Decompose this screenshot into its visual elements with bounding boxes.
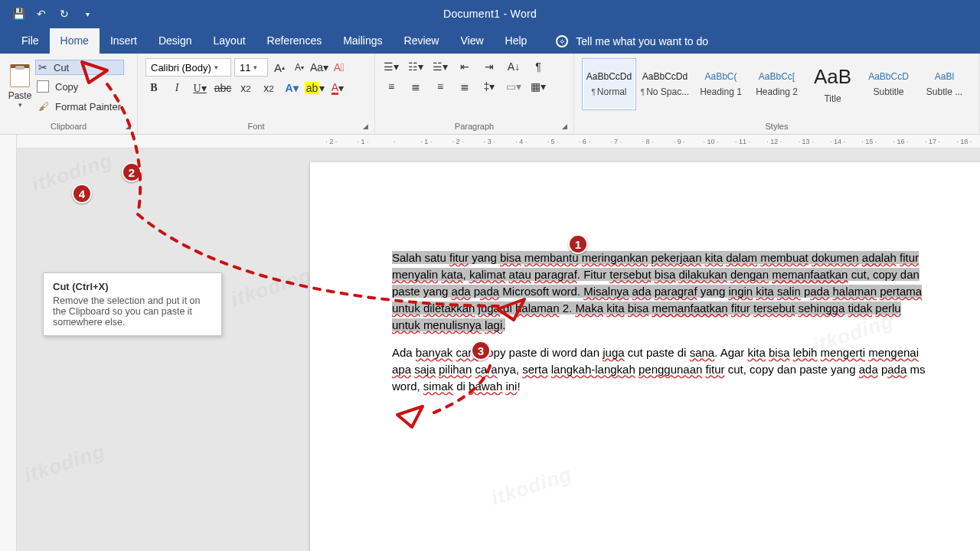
tab-help[interactable]: Help <box>495 28 538 54</box>
copy-button[interactable]: Copy <box>35 80 124 94</box>
font-dialog-launcher-icon[interactable]: ◢ <box>363 122 368 130</box>
paste-dropdown-icon[interactable]: ▾ <box>18 101 22 109</box>
tab-insert[interactable]: Insert <box>100 28 148 54</box>
redo-icon[interactable]: ↻ <box>58 8 70 20</box>
tab-design[interactable]: Design <box>148 28 203 54</box>
clipboard-dialog-launcher-icon[interactable]: ◢ <box>126 122 131 130</box>
align-center-icon[interactable]: ≣ <box>407 78 424 95</box>
undo-icon[interactable]: ↶ <box>35 8 47 20</box>
tell-me-label: Tell me what you want to do <box>576 35 708 47</box>
shrink-font-icon[interactable]: A▾ <box>291 59 308 76</box>
document-title: Document1 - Word <box>443 8 537 20</box>
title-bar: 💾 ↶ ↻ ▾ Document1 - Word <box>0 0 980 28</box>
paragraph-2[interactable]: Ada banyak cara copy paste di word dan j… <box>392 344 928 395</box>
paste-label: Paste <box>8 90 32 101</box>
line-spacing-icon[interactable]: ‡▾ <box>481 78 498 95</box>
save-icon[interactable]: 💾 <box>12 8 24 20</box>
align-right-icon[interactable]: ≡ <box>432 78 449 95</box>
lightbulb-icon: ✧ <box>556 35 568 47</box>
group-font: Calibri (Body)▾ 11▾ A▴ A▾ Aa▾ A⃠ B I U▾ … <box>138 54 375 134</box>
grow-font-icon[interactable]: A▴ <box>271 59 288 76</box>
style-heading-1[interactable]: AaBbC(Heading 1 <box>694 58 748 110</box>
vertical-ruler[interactable] <box>0 135 17 551</box>
multilevel-list-icon[interactable]: ☱▾ <box>432 58 449 75</box>
bold-button[interactable]: B <box>145 80 162 96</box>
style-normal[interactable]: AaBbCcDd¶Normal <box>582 58 636 110</box>
tab-layout[interactable]: Layout <box>203 28 256 54</box>
group-styles: AaBbCcDd¶NormalAaBbCcDd¶No Spac...AaBbC(… <box>574 54 980 134</box>
chevron-down-icon: ▾ <box>214 64 218 71</box>
paragraph-dialog-launcher-icon[interactable]: ◢ <box>562 122 567 130</box>
tab-references[interactable]: References <box>256 28 333 54</box>
text-effects-icon[interactable]: A▾ <box>283 80 300 96</box>
sort-icon[interactable]: A↓ <box>505 58 522 75</box>
font-size-combo[interactable]: 11▾ <box>234 58 268 77</box>
styles-group-label: Styles <box>579 119 975 132</box>
bullets-icon[interactable]: ☰▾ <box>383 58 400 75</box>
font-color-icon[interactable]: A▾ <box>329 80 346 96</box>
font-group-label: Font ◢ <box>142 119 370 132</box>
tab-file[interactable]: File <box>11 28 50 54</box>
workspace: L · 2 ·· 1 ··· 1 ·· 2 ·· 3 ·· 4 ·· 5 ·· … <box>0 135 980 551</box>
tab-mailings[interactable]: Mailings <box>332 28 393 54</box>
shading-icon[interactable]: ▭▾ <box>505 78 522 95</box>
style-heading-2[interactable]: AaBbCc[Heading 2 <box>750 58 804 110</box>
qat-customize-icon[interactable]: ▾ <box>81 8 93 20</box>
font-family-value: Calibri (Body) <box>151 62 211 73</box>
tab-review[interactable]: Review <box>394 28 450 54</box>
underline-button[interactable]: U▾ <box>191 80 208 96</box>
ribbon: Paste ▾ ✂ Cut Copy 🖌 Format Painter Cli <box>0 54 980 135</box>
scissors-icon: ✂ <box>38 61 47 73</box>
decrease-indent-icon[interactable]: ⇤ <box>456 58 473 75</box>
paste-button[interactable]: Paste ▾ <box>5 63 35 109</box>
format-painter-button[interactable]: 🖌 Format Painter <box>35 99 124 114</box>
cut-tooltip: Cut (Ctrl+X) Remove the selection and pu… <box>43 272 222 336</box>
borders-icon[interactable]: ▦▾ <box>530 78 547 95</box>
tab-home[interactable]: Home <box>50 28 100 54</box>
document-body[interactable]: Salah satu fitur yang bisa membantu meri… <box>392 249 928 406</box>
paragraph-group-label: Paragraph ◢ <box>380 119 569 132</box>
font-size-value: 11 <box>240 62 250 73</box>
copy-icon <box>38 82 49 93</box>
italic-button[interactable]: I <box>168 80 185 96</box>
align-left-icon[interactable]: ≡ <box>383 78 400 95</box>
justify-icon[interactable]: ≣ <box>456 78 473 95</box>
paragraph-1[interactable]: Salah satu fitur yang bisa membantu meri… <box>392 251 922 331</box>
style-gallery[interactable]: AaBbCcDd¶NormalAaBbCcDd¶No Spac...AaBbC(… <box>579 57 975 112</box>
group-paragraph: ☰▾ ☷▾ ☱▾ ⇤ ⇥ A↓ ¶ ≡ ≣ ≡ ≣ ‡▾ ▭▾ ▦▾ Parag… <box>375 54 574 134</box>
tooltip-body: Remove the selection and put it on the C… <box>53 295 212 328</box>
style-subtle-[interactable]: AaBlSubtle ... <box>917 58 972 110</box>
numbering-icon[interactable]: ☷▾ <box>407 58 424 75</box>
subscript-button[interactable]: x2 <box>237 80 254 96</box>
style-title[interactable]: AaBTitle <box>805 58 860 110</box>
cut-label: Cut <box>54 62 69 73</box>
superscript-button[interactable]: x2 <box>260 80 277 96</box>
tab-view[interactable]: View <box>449 28 494 54</box>
chevron-down-icon: ▾ <box>253 64 257 71</box>
tell-me[interactable]: ✧ Tell me what you want to do <box>537 35 720 54</box>
change-case-icon[interactable]: Aa▾ <box>311 59 328 76</box>
strikethrough-button[interactable]: abc <box>214 80 231 96</box>
font-family-combo[interactable]: Calibri (Body)▾ <box>145 58 231 77</box>
highlight-icon[interactable]: ab▾ <box>306 80 323 96</box>
style-no-spac-[interactable]: AaBbCcDd¶No Spac... <box>638 58 692 110</box>
quick-access-toolbar: 💾 ↶ ↻ ▾ <box>0 8 93 20</box>
clipboard-icon <box>10 64 30 87</box>
increase-indent-icon[interactable]: ⇥ <box>481 58 498 75</box>
format-painter-label: Format Painter <box>55 101 121 112</box>
paintbrush-icon: 🖌 <box>38 100 49 112</box>
style-subtitle[interactable]: AaBbCcDSubtitle <box>861 58 916 110</box>
tooltip-title: Cut (Ctrl+X) <box>53 281 212 292</box>
show-marks-icon[interactable]: ¶ <box>530 58 547 75</box>
ribbon-tabs: File Home Insert Design Layout Reference… <box>0 28 980 54</box>
group-clipboard: Paste ▾ ✂ Cut Copy 🖌 Format Painter Cli <box>0 54 138 134</box>
clear-formatting-icon[interactable]: A⃠ <box>331 59 348 76</box>
copy-label: Copy <box>55 81 78 93</box>
horizontal-ruler[interactable]: · 2 ·· 1 ··· 1 ·· 2 ·· 3 ·· 4 ·· 5 ·· 6 … <box>17 135 980 148</box>
cut-button[interactable]: ✂ Cut <box>35 60 124 75</box>
clipboard-group-label: Clipboard ◢ <box>5 119 132 132</box>
